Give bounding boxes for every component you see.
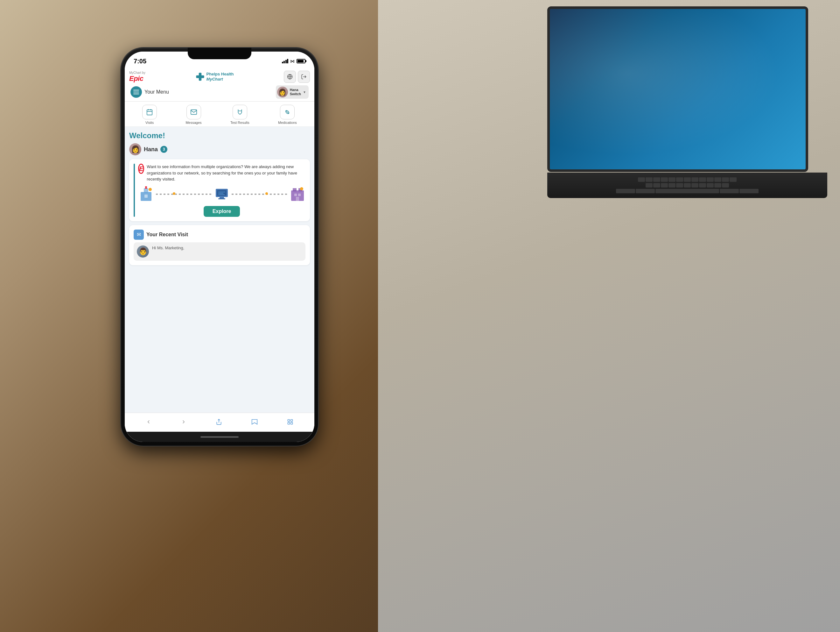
signal-icon [282, 59, 289, 63]
svg-rect-19 [219, 197, 224, 198]
logout-button[interactable] [298, 71, 310, 83]
phone-notch [188, 48, 251, 59]
home-bar [201, 436, 238, 438]
visit-envelope-icon: ✉ [134, 230, 144, 240]
hand-phone-container: 7:05 ⋈ [57, 32, 407, 605]
visit-preview[interactable]: 👨 Hi Ms. Marketing, [134, 242, 305, 261]
app-header: MyChart by Epic Phelps Health MyChar [125, 68, 314, 101]
medications-icon [280, 105, 295, 119]
home-indicator [125, 432, 314, 442]
explore-button[interactable]: Explore [204, 206, 240, 217]
mychart-by-label: MyChart by [129, 71, 145, 74]
svg-rect-1 [196, 76, 204, 78]
connect-line-2 [232, 193, 287, 195]
laptop-keyboard [547, 173, 827, 198]
phelps-cross-icon [196, 72, 205, 81]
svg-rect-27 [294, 193, 297, 196]
welcome-heading: Welcome! [129, 131, 310, 140]
menu-row: Your Menu 👩 Hana Switch ▼ [129, 86, 310, 99]
hospital-icon-1 [138, 185, 154, 203]
quick-actions-bar: Visits Messages [125, 101, 314, 127]
test-results-action[interactable]: Test Results [231, 105, 249, 125]
recent-visit-title: Your Recent Visit [146, 232, 188, 238]
wifi-icon: ⋈ [290, 59, 295, 64]
app-content: MyChart by Epic Phelps Health MyChar [125, 68, 314, 442]
svg-rect-20 [218, 198, 225, 199]
notification-badge[interactable]: 3 [160, 146, 167, 153]
test-results-label: Test Results [231, 121, 249, 125]
status-icons: ⋈ [282, 59, 306, 64]
svg-rect-34 [288, 422, 290, 424]
svg-rect-18 [217, 190, 227, 196]
visit-preview-text: Hi Ms. Marketing, [152, 246, 184, 258]
svg-point-15 [148, 188, 152, 191]
messages-label: Messages [185, 121, 201, 125]
globe-button[interactable] [284, 71, 296, 83]
building-icon-2 [289, 185, 305, 203]
medications-label: Medications [278, 121, 297, 125]
svg-rect-32 [288, 419, 290, 421]
back-button[interactable] [146, 419, 152, 425]
svg-point-30 [300, 187, 303, 190]
visit-header: ✉ Your Recent Visit [134, 230, 305, 240]
laptop-screen [547, 6, 808, 172]
phone-screen: 7:05 ⋈ [125, 52, 314, 442]
bottom-navigation [125, 413, 314, 432]
phelps-health-logo: Phelps Health MyChart [196, 72, 234, 81]
tabs-button[interactable] [287, 419, 294, 425]
desk-background [378, 0, 840, 632]
forward-button[interactable] [181, 419, 186, 425]
user-display-name: Hana [290, 88, 301, 92]
phone-device: 7:05 ⋈ [121, 48, 318, 446]
avatar: 👩 [277, 87, 288, 97]
visits-action[interactable]: Visits [142, 105, 157, 125]
user-display-switch: Switch [290, 92, 301, 96]
phelps-name: Phelps Health [207, 72, 234, 77]
epic-brand-text: Epic [129, 74, 143, 83]
monitor-icon [214, 185, 230, 203]
svg-rect-28 [298, 193, 301, 196]
svg-rect-13 [144, 188, 148, 193]
svg-rect-35 [291, 422, 293, 424]
bookmarks-button[interactable] [251, 419, 258, 425]
epic-logo: MyChart by Epic [129, 71, 145, 83]
svg-rect-25 [293, 188, 297, 192]
battery-icon [297, 59, 305, 63]
user-greeting-avatar: 👩 [129, 143, 141, 155]
menu-button[interactable]: Your Menu [131, 86, 169, 98]
svg-rect-16 [144, 195, 148, 198]
mychart-branded: MyChart [207, 77, 234, 82]
main-scroll-area[interactable]: Welcome! 👩 Hana 3 E Want to see i [125, 127, 314, 413]
svg-rect-5 [147, 110, 152, 115]
doctor-avatar: 👨 [137, 246, 149, 258]
status-time: 7:05 [134, 58, 146, 65]
share-button[interactable] [216, 419, 222, 425]
user-greeting-name: Hana [144, 146, 158, 153]
recent-visit-card: ✉ Your Recent Visit 👨 Hi Ms. Marketing, [129, 225, 310, 265]
connect-line-1 [156, 193, 212, 195]
epic-e-logo: E [138, 164, 144, 174]
phelps-text: Phelps Health MyChart [207, 72, 234, 81]
header-top: MyChart by Epic Phelps Health MyChar [129, 71, 310, 83]
org-card-text: Want to see information from multiple or… [147, 164, 305, 182]
user-switcher[interactable]: 👩 Hana Switch ▼ [276, 86, 309, 99]
svg-rect-14 [145, 186, 147, 189]
messages-icon [186, 105, 201, 119]
visits-icon [142, 105, 157, 119]
medications-action[interactable]: Medications [278, 105, 297, 125]
organization-card: E Want to see information from multiple … [129, 159, 310, 221]
card-left-bar [134, 164, 135, 217]
svg-rect-29 [296, 197, 299, 201]
chevron-down-icon: ▼ [303, 90, 306, 94]
header-buttons [284, 71, 310, 83]
card-body: E Want to see information from multiple … [138, 164, 305, 217]
test-results-icon [232, 105, 247, 119]
user-greeting-row: 👩 Hana 3 [129, 143, 310, 155]
visits-label: Visits [145, 121, 154, 125]
network-illustration [138, 185, 305, 203]
your-menu-label: Your Menu [144, 89, 169, 95]
svg-rect-33 [291, 419, 293, 421]
laptop [547, 6, 834, 197]
hamburger-icon [131, 86, 142, 98]
messages-action[interactable]: Messages [185, 105, 201, 125]
